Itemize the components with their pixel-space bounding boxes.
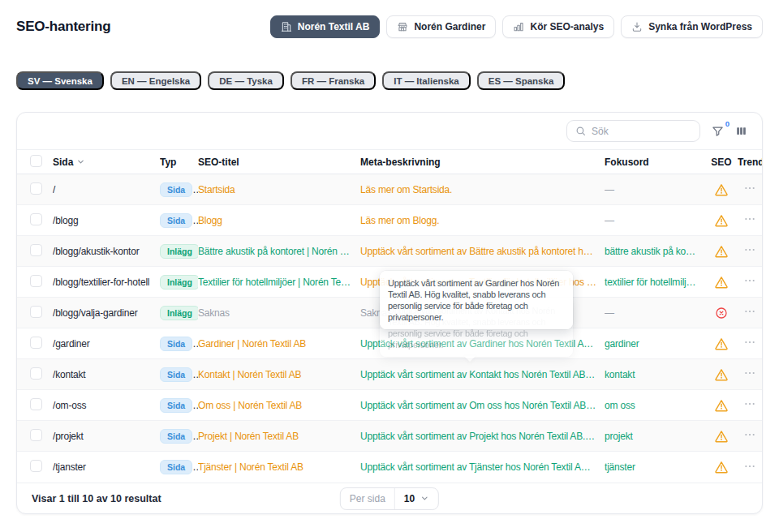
filter-icon [712,125,724,137]
row-checkbox[interactable] [30,244,42,256]
row-meta-description: Upptäck vårt sortiment av Projekt hos No… [360,431,605,442]
row-seo-title: Tjänster | Norén Textil AB [198,461,360,473]
row-actions-button[interactable] [743,397,756,413]
button-norén-gardiner[interactable]: Norén Gardiner [386,15,496,38]
seo-status-warning-icon [705,337,738,351]
seo-status-warning-icon [705,244,738,259]
seo-status-warning-icon [705,275,738,290]
type-badge: Sida [160,182,192,197]
row-checkbox[interactable] [30,275,42,287]
row-checkbox[interactable] [30,182,42,195]
per-page-select[interactable]: 10 [395,488,438,509]
row-checkbox[interactable] [30,213,42,225]
ellipsis-icon [743,274,756,290]
top-bar: SEO-hantering Norén Textil ABNorén Gardi… [0,0,779,37]
row-path: /blogg/textilier-for-hotell [53,277,160,288]
table-toolbar: 0 [17,113,762,149]
row-actions-button[interactable] [743,428,756,444]
row-focus-keyword: gardiner [605,338,705,350]
type-badge: Sida [160,460,192,474]
row-actions-button[interactable] [743,336,756,351]
type-badge: Sida [160,213,192,228]
meta-tooltip: Upptäck vårt sortiment av Gardiner hos N… [380,271,573,329]
select-all-checkbox[interactable] [30,155,42,167]
row-path: /tjanster [53,461,160,473]
type-badge: Inlägg [160,244,198,259]
search-icon [575,126,586,136]
row-focus-keyword: projekt [605,431,705,442]
type-badge: Inlägg [160,306,198,320]
columns-icon [735,125,747,137]
button-kör-seo-analys[interactable]: Kör SEO-analys [502,15,614,38]
row-actions-button[interactable] [743,182,756,197]
results-count: Visar 1 till 10 av 10 resultat [32,493,161,504]
row-path: /kontakt [53,369,160,380]
lang-tab-it[interactable]: IT — Italienska [382,71,471,90]
table-row: /blogg/akustik-kontorInläggBättre akusti… [17,236,762,267]
filter-count-badge: 0 [725,119,730,128]
button-synka-från-wordpress[interactable]: Synka från WordPress [621,15,763,38]
column-header-fokusord: Fokusord [605,157,705,168]
search-box[interactable] [566,120,700,142]
lang-tab-de[interactable]: DE — Tyska [208,71,284,90]
row-actions-button[interactable] [743,305,756,320]
table-row: /projektSidaProjekt | Norén Textil ABUpp… [17,421,762,452]
row-actions-button[interactable] [743,274,756,290]
lang-tab-fr[interactable]: FR — Franska [291,71,376,90]
lang-tab-es[interactable]: ES — Spanska [477,71,566,90]
row-meta-description: Läs mer om Startsida. [360,184,605,195]
type-badge: Sida [160,429,192,444]
search-input[interactable] [592,126,691,137]
row-path: /blogg/valja-gardiner [53,307,160,319]
column-header-typ: Typ [160,157,198,168]
ellipsis-icon [743,212,756,228]
column-header-meta-beskrivning: Meta-beskrivning [360,157,605,168]
storefront-icon [397,21,408,32]
row-meta-description: Upptäck vårt sortiment av Bättre akustik… [360,246,605,257]
lang-tab-en[interactable]: EN — Engelska [110,71,201,90]
ellipsis-icon [743,367,756,382]
seo-status-warning-icon [705,367,738,382]
row-seo-title: Textilier för hotellmiljöer | Norén Text… [198,277,360,288]
column-header-trend: Trend [738,157,762,168]
row-seo-title: Kontakt | Norén Textil AB [198,369,360,380]
language-tabs: SV — SvenskaEN — EngelskaDE — TyskaFR — … [0,71,779,90]
row-focus-keyword: textilier för hotellmiljöer [605,277,705,288]
row-focus-keyword: kontakt [605,369,705,380]
filter-button[interactable]: 0 [712,125,724,137]
table-footer: Visar 1 till 10 av 10 resultat Per sida … [17,483,762,513]
row-actions-button[interactable] [743,212,756,228]
row-seo-title: Gardiner | Norén Textil AB [198,338,360,350]
row-path: /blogg [53,215,160,226]
table-header: Sida Typ SEO-titel Meta-beskrivning Foku… [17,149,762,174]
row-actions-button[interactable] [743,460,756,475]
button-norén-textil-ab[interactable]: Norén Textil AB [270,15,381,38]
row-seo-title: Projekt | Norén Textil AB [198,431,360,442]
row-meta-description: Upptäck vårt sortiment av Kontakt hos No… [360,369,605,380]
lang-tab-sv[interactable]: SV — Svenska [16,71,104,90]
row-focus-keyword: — [605,307,705,319]
row-actions-button[interactable] [743,243,756,259]
row-checkbox[interactable] [30,460,42,472]
type-badge: Sida [160,337,192,351]
row-actions-button[interactable] [743,367,756,382]
type-badge: Sida [160,398,192,413]
ellipsis-icon [743,397,756,413]
column-header-seo: SEO [705,157,738,168]
columns-button[interactable] [735,125,747,137]
table-row: /bloggSidaBloggLäs mer om Blogg.— [17,205,762,236]
row-checkbox[interactable] [30,306,42,318]
row-seo-title: Saknas [198,307,360,319]
ellipsis-icon [743,243,756,259]
type-badge: Sida [160,367,192,382]
row-checkbox[interactable] [30,398,42,410]
row-path: /om-oss [53,400,160,411]
column-header-sida[interactable]: Sida [53,157,85,168]
column-header-seo-titel: SEO-titel [198,157,360,168]
row-seo-title: Bättre akustik på kontoret | Norén Texti… [198,246,360,257]
row-seo-title: Startsida [198,184,360,195]
building-icon [281,21,292,32]
row-checkbox[interactable] [30,367,42,380]
row-checkbox[interactable] [30,337,42,349]
row-checkbox[interactable] [30,429,42,441]
